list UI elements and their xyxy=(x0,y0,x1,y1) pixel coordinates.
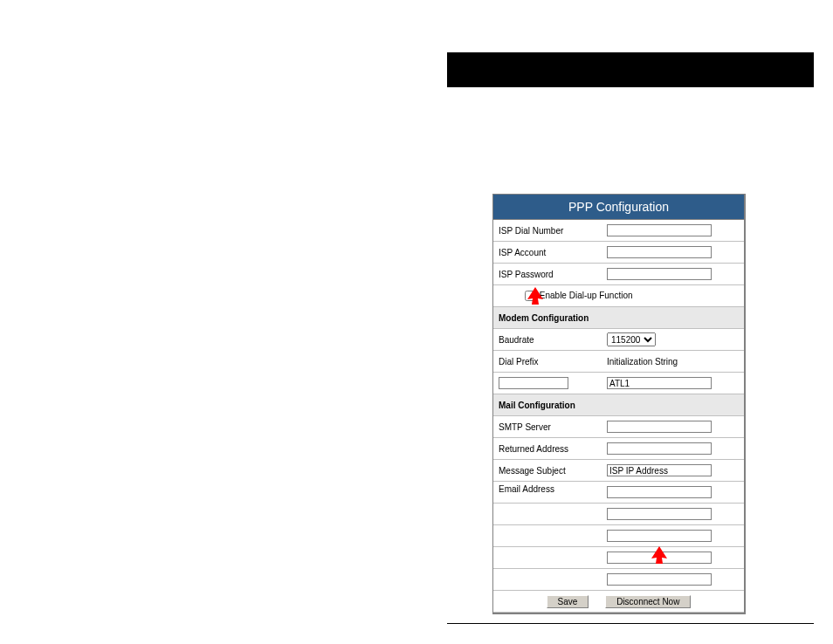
init-string-label: Initialization String xyxy=(602,351,744,373)
modem-config-header: Modem Configuration xyxy=(493,307,744,329)
email-input-5[interactable] xyxy=(607,573,712,586)
isp-account-label: ISP Account xyxy=(493,242,602,264)
returned-address-label: Returned Address xyxy=(493,438,602,460)
email-input-2[interactable] xyxy=(607,508,712,520)
dial-prefix-label: Dial Prefix xyxy=(493,351,602,373)
footer-rule xyxy=(447,623,814,624)
smtp-label: SMTP Server xyxy=(493,416,602,438)
dial-prefix-input[interactable] xyxy=(499,377,568,389)
email-input-1[interactable] xyxy=(607,486,712,498)
panel-title: PPP Configuration xyxy=(493,195,744,220)
isp-password-label: ISP Password xyxy=(493,264,602,285)
enable-dialup-label: Enable Dial-up Function xyxy=(540,291,633,300)
init-string-input[interactable] xyxy=(607,377,712,389)
returned-address-input[interactable] xyxy=(607,442,712,455)
disconnect-button[interactable]: Disconnect Now xyxy=(605,595,691,608)
isp-account-input[interactable] xyxy=(607,246,712,258)
message-subject-input[interactable] xyxy=(607,464,712,476)
email-input-3[interactable] xyxy=(607,530,712,542)
baudrate-select[interactable]: 115200 xyxy=(607,332,656,346)
ppp-config-panel: PPP Configuration ISP Dial Number ISP Ac… xyxy=(492,194,746,614)
isp-dial-number-label: ISP Dial Number xyxy=(493,220,602,242)
email-input-4[interactable] xyxy=(607,552,712,564)
mail-config-header: Mail Configuration xyxy=(493,394,744,416)
save-button[interactable]: Save xyxy=(547,595,589,608)
chapter-title-bar xyxy=(447,52,814,87)
smtp-input[interactable] xyxy=(607,421,712,433)
enable-dialup-checkbox[interactable] xyxy=(525,291,535,301)
ppp-config-table: ISP Dial Number ISP Account ISP Password… xyxy=(493,220,744,613)
baudrate-label: Baudrate xyxy=(493,329,602,351)
email-label: Email Address xyxy=(493,482,602,504)
message-subject-label: Message Subject xyxy=(493,460,602,482)
isp-password-input[interactable] xyxy=(607,268,712,280)
isp-dial-number-input[interactable] xyxy=(607,224,712,236)
